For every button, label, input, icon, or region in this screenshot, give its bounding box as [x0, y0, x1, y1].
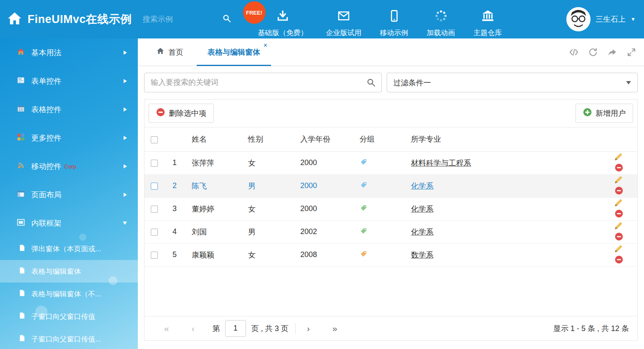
source-code-icon[interactable] — [569, 47, 579, 57]
sidebar-item-grid-controls[interactable]: 表格控件 — [0, 95, 138, 124]
sidebar-item-form-controls[interactable]: 表单控件 — [0, 67, 138, 95]
delete-row-icon[interactable] — [615, 163, 623, 174]
refresh-icon[interactable] — [588, 47, 598, 57]
edit-pencil-icon[interactable] — [614, 175, 623, 186]
delete-row-icon[interactable] — [615, 209, 623, 220]
delete-selected-button[interactable]: 删除选中项 — [149, 104, 214, 123]
page-prefix: 第 — [213, 324, 220, 334]
sidebar-item-iframe[interactable]: 内联框架 — [0, 209, 138, 237]
sidebar-item-more-controls[interactable]: 更多控件 — [0, 124, 138, 152]
sidebar-subitem-grid-edit-window[interactable]: 表格与编辑窗体 — [0, 260, 138, 283]
tag-icon[interactable] — [360, 251, 368, 260]
first-page-icon[interactable]: « — [153, 324, 180, 333]
tab-grid-edit-window[interactable]: 表格与编辑窗体 ✕ — [197, 38, 271, 66]
sidebar-subitem-child-to-parent-2[interactable]: 子窗口向父窗口传值... — [0, 328, 138, 349]
row-checkbox[interactable] — [151, 160, 158, 167]
tag-icon[interactable] — [360, 159, 368, 168]
nav-item-enterprise-trial[interactable]: 企业版试用 — [326, 1, 362, 38]
signal-icon — [17, 161, 25, 172]
column-name: 姓名 — [185, 127, 242, 151]
tab-home[interactable]: 首页 — [145, 38, 194, 66]
user-name: 三生石上 — [596, 14, 626, 24]
select-all-checkbox[interactable] — [151, 136, 158, 143]
delete-row-icon[interactable] — [615, 186, 623, 197]
user-menu[interactable]: 三生石上 ▼ — [566, 7, 636, 31]
frame-icon — [17, 218, 25, 229]
cell-major: 化学系 — [405, 197, 589, 220]
major-link[interactable]: 化学系 — [411, 205, 434, 213]
sidebar-item-mobile-controls[interactable]: 移动控件 Corp. — [0, 152, 138, 181]
tab-bar: 首页 表格与编辑窗体 ✕ — [138, 38, 644, 66]
expand-icon[interactable] — [626, 47, 636, 57]
brand[interactable]: FineUIMvc在线示例 — [0, 10, 132, 28]
nav-item-theme-repo[interactable]: 主题仓库 — [474, 1, 502, 38]
tag-icon[interactable] — [360, 228, 368, 237]
grid-toolbar: 删除选中项 新增用户 — [145, 99, 637, 127]
sidebar-item-label: 基本用法 — [31, 48, 61, 58]
major-link[interactable]: 材料科学与工程系 — [411, 159, 471, 167]
row-checkbox[interactable] — [151, 229, 158, 236]
top-nav: FREE! 基础版（免费） 企业版试用 移动示例 加载动画 — [258, 1, 502, 38]
column-index — [164, 127, 185, 151]
edit-pencil-icon[interactable] — [614, 221, 623, 232]
table-row[interactable]: 2 陈飞 男 2000 化学系 — [145, 174, 637, 197]
sidebar-subitem-popup-window[interactable]: 弹出窗体（本页面或... — [0, 237, 138, 260]
chevron-right-icon — [124, 79, 127, 83]
edit-pencil-icon[interactable] — [614, 198, 623, 209]
table-icon — [17, 104, 25, 115]
page-number-input[interactable] — [225, 320, 246, 337]
next-page-icon[interactable]: › — [296, 324, 321, 333]
grid-panel: 删除选中项 新增用户 姓名 — [144, 99, 638, 341]
top-header: FineUIMvc在线示例 FREE! 基础版（免费） 企业版试用 移动示例 — [0, 0, 644, 38]
row-checkbox[interactable] — [151, 183, 158, 190]
table-row[interactable]: 3 董婷婷 女 2000 化学系 — [145, 197, 637, 220]
row-index: 2 — [164, 174, 185, 197]
row-checkbox[interactable] — [151, 206, 158, 213]
table-row[interactable]: 1 张萍萍 女 2000 材料科学与工程系 — [145, 151, 637, 174]
app-title: FineUIMvc在线示例 — [28, 12, 132, 27]
users-table: 姓名 性别 入学年份 分组 所学专业 1 张萍萍 女 2000 材料科学与工程系 — [145, 127, 637, 267]
tag-icon[interactable] — [360, 182, 368, 191]
add-user-button[interactable]: 新增用户 — [576, 104, 633, 123]
edit-pencil-icon[interactable] — [614, 244, 623, 255]
download-icon — [276, 9, 289, 24]
delete-row-icon[interactable] — [615, 232, 623, 243]
keyword-search-input[interactable] — [144, 73, 382, 92]
cell-year: 2000 — [294, 197, 355, 220]
nav-item-mobile-demo[interactable]: 移动示例 — [380, 1, 408, 38]
prev-page-icon[interactable]: ‹ — [180, 324, 206, 333]
column-year: 入学年份 — [294, 127, 355, 151]
table-row[interactable]: 4 刘国 男 2002 化学系 — [145, 220, 637, 243]
nav-item-loading-animation[interactable]: 加载动画 — [427, 1, 455, 38]
filter-dropdown[interactable]: 过滤条件一 — [387, 73, 638, 92]
search-icon[interactable] — [366, 78, 376, 89]
cell-gender: 女 — [242, 197, 294, 220]
cell-year: 2008 — [294, 243, 355, 266]
top-search-input[interactable] — [143, 15, 210, 24]
cell-name: 陈飞 — [185, 174, 242, 197]
sidebar-subitem-child-to-parent[interactable]: 子窗口向父窗口传值 — [0, 305, 138, 328]
pagination-bar: « ‹ 第 页 , 共 3 页 › » 显示 1 - 5 条 , 共 12 条 — [145, 316, 637, 340]
last-page-icon[interactable]: » — [321, 324, 349, 333]
sidebar-subitem-label: 子窗口向父窗口传值 — [31, 312, 95, 321]
share-icon[interactable] — [607, 47, 617, 57]
cell-major: 化学系 — [405, 174, 589, 197]
mobile-icon — [388, 9, 401, 24]
search-icon[interactable] — [222, 14, 231, 25]
cell-year: 2000 — [294, 174, 355, 197]
major-link[interactable]: 化学系 — [411, 182, 434, 190]
major-link[interactable]: 数学系 — [411, 251, 434, 259]
nav-item-basic-free[interactable]: FREE! 基础版（免费） — [258, 1, 308, 38]
table-row[interactable]: 5 康颖颖 女 2008 数学系 — [145, 243, 637, 266]
delete-row-icon[interactable] — [615, 255, 623, 266]
row-checkbox[interactable] — [151, 252, 158, 259]
tag-icon[interactable] — [360, 205, 368, 214]
column-actions — [589, 127, 637, 151]
tab-close-icon[interactable]: ✕ — [263, 42, 268, 48]
sidebar-item-page-layout[interactable]: 页面布局 — [0, 181, 138, 209]
cell-year: 2002 — [294, 220, 355, 243]
sidebar-item-basic-usage[interactable]: 基本用法 — [0, 38, 138, 67]
edit-pencil-icon[interactable] — [614, 152, 623, 163]
sidebar-subitem-grid-edit-window-2[interactable]: 表格与编辑窗体（不... — [0, 283, 138, 305]
major-link[interactable]: 化学系 — [411, 228, 434, 236]
